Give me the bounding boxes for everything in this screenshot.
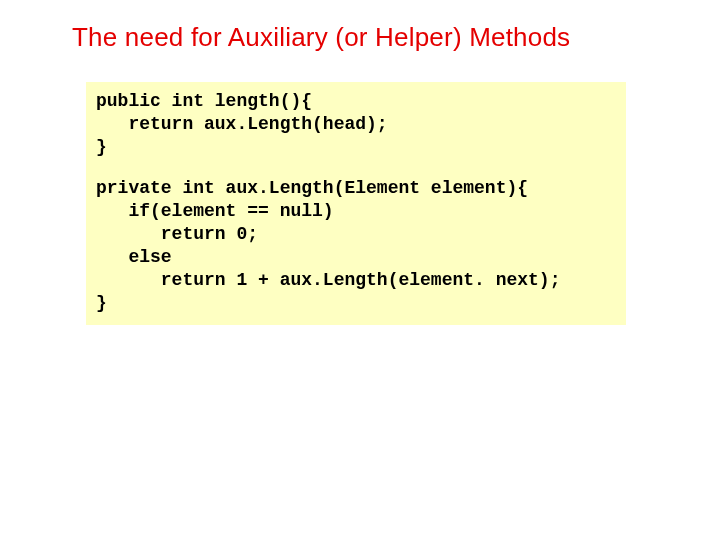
code-gap xyxy=(96,159,616,177)
slide: The need for Auxiliary (or Helper) Metho… xyxy=(0,0,720,540)
code-block-1: public int length(){ return aux.Length(h… xyxy=(96,90,616,159)
slide-title: The need for Auxiliary (or Helper) Metho… xyxy=(72,22,680,53)
code-block-2: private int aux.Length(Element element){… xyxy=(96,177,616,315)
code-box: public int length(){ return aux.Length(h… xyxy=(86,82,626,325)
